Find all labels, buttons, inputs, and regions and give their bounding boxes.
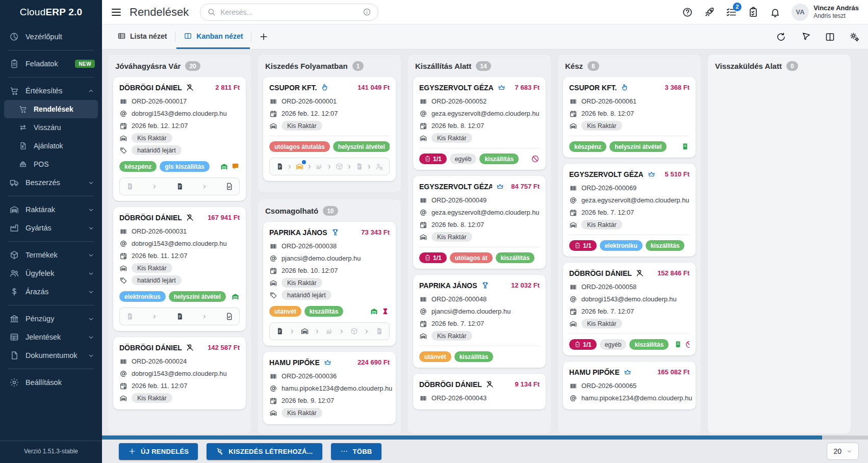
scrollbar-thumb[interactable] xyxy=(102,435,822,440)
order-card[interactable]: CSUPOR KFT.3 368 FtORD-2026-0000612026 f… xyxy=(563,77,696,158)
more-button[interactable]: TÖBB xyxy=(331,443,381,460)
at-icon xyxy=(569,394,577,402)
order-card[interactable]: EGYSZERVOLT GÉZA7 683 FtORD-2026-000052g… xyxy=(413,77,546,170)
tab-list-view[interactable]: Lista nézet xyxy=(110,24,174,49)
chip-tag: határidő lejárt xyxy=(132,145,182,155)
order-total: 167 941 Ft xyxy=(205,214,240,221)
forklift-icon xyxy=(325,327,334,336)
order-card[interactable]: PAPRIKA JÁNOS12 032 FtORD-2026-000048pja… xyxy=(413,275,546,368)
calendar-icon xyxy=(119,122,127,130)
menu-icon[interactable] xyxy=(110,6,122,18)
note-icon xyxy=(125,312,134,321)
new-order-button[interactable]: ÚJ RENDELÉS xyxy=(119,443,198,460)
tab-kanban-view[interactable]: Kanban nézet xyxy=(176,24,250,49)
order-card-text: 2026 feb. 8. 12:07 xyxy=(581,110,634,117)
order-card-header: EGYSZERVOLT GÉZA7 683 Ft xyxy=(419,83,540,92)
order-tag-pill: készpénz xyxy=(119,161,157,172)
app-root: CloudERP 2.0 VezérlőpultFeladatokNEWÉrté… xyxy=(0,0,868,463)
refresh-icon[interactable] xyxy=(776,32,786,42)
order-card-row: dobrogi1543@demo.clouderp.hu xyxy=(119,368,240,379)
order-card-text: 2026 feb. 12. 12:07 xyxy=(132,122,188,130)
board-settings-icon[interactable] xyxy=(849,32,860,42)
order-card[interactable]: DÖBRÖGI DÁNIEL9 134 FtORD-2026-000043 xyxy=(413,374,546,409)
order-card-row: ORD-2026-000038 xyxy=(269,240,390,252)
sidebar-item-beszerz-s[interactable]: Beszerzés xyxy=(0,173,102,192)
barcode-icon xyxy=(419,394,427,402)
sidebar-item-pos[interactable]: POS xyxy=(0,155,102,173)
sidebar-item-p-nz-gy[interactable]: Pénzügy xyxy=(0,310,102,328)
filter-icon[interactable] xyxy=(800,32,811,42)
tab-separator xyxy=(251,32,251,42)
sidebar-item--rt-kes-t-s[interactable]: Értékesítés xyxy=(0,82,102,100)
order-card[interactable]: DÖBRÖGI DÁNIEL167 941 FtORD-2026-000031d… xyxy=(113,207,246,331)
sidebar-item-rakt-rak[interactable]: Raktárak xyxy=(0,200,102,219)
barcode-icon xyxy=(569,382,577,390)
sidebar-item-gy-rt-s[interactable]: Gyártás xyxy=(0,219,102,237)
order-card-row: 2026 feb. 8. 12:07 xyxy=(419,219,540,230)
order-card[interactable]: CSUPOR KFT.141 049 FtORD-2026-0000012026… xyxy=(263,77,396,181)
calendar-icon xyxy=(419,122,427,130)
order-card[interactable]: HAMU PIPŐKE165 082 FtORD-2026-000065hamu… xyxy=(563,362,696,409)
search-input[interactable] xyxy=(220,8,358,16)
order-card[interactable]: EGYSZERVOLT GÉZA5 510 FtORD-2026-000069g… xyxy=(563,164,696,256)
sidebar-item-vez-rl-pult[interactable]: Vezérlőpult xyxy=(0,28,102,46)
calendar-icon xyxy=(269,397,277,405)
sidebar-item-jelent-sek[interactable]: Jelentések xyxy=(0,328,102,346)
order-tag-pill: gls kiszállítás xyxy=(160,161,209,172)
warehouse-icon xyxy=(569,122,577,130)
order-tag-pill: egyéb xyxy=(450,153,477,164)
order-card-row: ORD-2026-000058 xyxy=(569,281,690,293)
chip-warehouse: Kis Raktár xyxy=(581,319,622,328)
order-card-row: 2026 feb. 11. 12:07 xyxy=(119,380,240,392)
search-box[interactable] xyxy=(200,4,378,21)
order-card[interactable]: DÖBRÖGI DÁNIEL142 587 FtORD-2026-000024d… xyxy=(113,337,246,409)
user-name: Vincze András xyxy=(813,4,859,12)
column-count-badge: 1 xyxy=(352,61,364,71)
sidebar-item-be-ll-t-sok[interactable]: Beállítások xyxy=(0,373,102,392)
order-card-row: Kis Raktár xyxy=(419,231,540,243)
sidebar-item-vissz-ru[interactable]: Visszáru xyxy=(0,118,102,137)
sidebar-item-aj-nlatok[interactable]: Ajánlatok xyxy=(0,137,102,155)
order-card[interactable]: PAPRIKA JÁNOS73 343 FtORD-2026-000038pja… xyxy=(263,222,396,346)
chevron-down-icon xyxy=(87,288,95,296)
at-icon xyxy=(419,110,427,118)
sidebar-item-term-kek[interactable]: Termékek xyxy=(0,246,102,264)
bell-icon[interactable] xyxy=(770,7,781,18)
cart-icon xyxy=(18,105,28,114)
order-card-header: EGYSZERVOLT GÉZA5 510 Ft xyxy=(569,170,690,178)
rocket-icon[interactable] xyxy=(704,7,715,18)
workflow-progress xyxy=(269,322,390,340)
order-tag-pill: egyéb xyxy=(600,339,627,350)
sidebar-item--gyfelek[interactable]: Ügyfelek xyxy=(0,264,102,282)
checklist-icon[interactable]: 2 xyxy=(726,7,737,18)
user-menu[interactable]: VA Vincze András Andris teszt xyxy=(792,4,859,21)
order-card[interactable]: DÖBRÖGI DÁNIEL152 846 FtORD-2026-000058d… xyxy=(563,263,696,355)
sidebar-item-rendel-sek[interactable]: Rendelések xyxy=(4,100,98,118)
order-card[interactable]: EGYSZERVOLT GÉZA84 757 FtORD-2026-000049… xyxy=(413,176,546,269)
order-tag-pill: helyszíni átvétel xyxy=(169,291,226,302)
sidebar-item-dokumentumok[interactable]: Dokumentumok xyxy=(0,346,102,365)
forklift-icon xyxy=(315,162,324,171)
prohibited-icon xyxy=(531,155,540,163)
order-card-text: 2026 feb. 7. 12:07 xyxy=(431,320,484,327)
customer-name: DÖBRÖGI DÁNIEL xyxy=(119,344,182,352)
search-info-icon[interactable] xyxy=(363,8,371,16)
columns-icon[interactable] xyxy=(825,32,835,42)
sidebar-item--raz-s[interactable]: Árazás xyxy=(0,282,102,301)
barcode-icon xyxy=(119,227,127,236)
avatar[interactable]: VA xyxy=(792,4,809,21)
sidebar-item-feladatok[interactable]: FeladatokNEW xyxy=(0,55,102,73)
order-card-text: dobrogi1543@demo.clouderp.hu xyxy=(132,110,227,117)
clipboard-icon[interactable] xyxy=(748,7,759,18)
order-card[interactable]: HAMU PIPŐKE224 690 FtORD-2026-000036hamu… xyxy=(263,352,396,424)
help-icon[interactable] xyxy=(682,7,693,18)
page-size-select[interactable]: 20 xyxy=(827,443,859,460)
warehouse-icon xyxy=(419,233,427,241)
chevron-right-icon xyxy=(287,164,293,170)
order-total: 224 690 Ft xyxy=(354,358,390,366)
order-total: 2 811 Ft xyxy=(212,84,240,91)
add-view-button[interactable] xyxy=(252,24,275,49)
create-picking-button[interactable]: KISZEDÉS LÉTREHOZÁ... xyxy=(207,443,322,460)
order-card[interactable]: DÖBRÖGI DÁNIEL2 811 FtORD-2026-000017dob… xyxy=(113,77,246,201)
order-total: 12 032 Ft xyxy=(508,281,540,289)
